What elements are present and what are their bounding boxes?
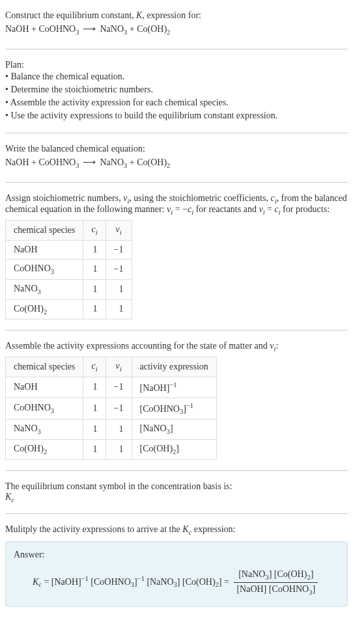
ci-cell: 1 [83,377,106,397]
plan-item: • Balance the chemical equation. [5,70,348,83]
answer-label: Answer: [14,550,339,560]
nu-cell: 1 [106,420,132,440]
ci-cell: 1 [83,299,106,319]
prompt-section: Construct the equilibrium constant, K, e… [5,5,348,44]
prompt-text: Construct the equilibrium constant, K, e… [5,10,348,21]
table-row: NaNO3 1 1 [6,279,132,299]
plan-title: Plan: [5,60,348,70]
ci-cell: 1 [83,259,106,279]
divider [5,133,348,133]
col-ci: ci [83,357,106,377]
species-cell: NaNO3 [6,420,83,440]
col-expr: activity expression [132,357,216,377]
ci-cell: 1 [83,240,106,259]
nu-cell: −1 [106,397,132,419]
kc-expression: Kc = [NaOH]−1 [CoOHNO3]−1 [NaNO3] [Co(OH… [14,567,339,598]
expr-cell: [CoOHNO3]−1 [132,397,216,419]
col-nu: νi [106,357,132,377]
species-cell: CoOHNO3 [6,259,83,279]
expr-cell: [NaOH]−1 [132,377,216,397]
species-cell: Co(OH)2 [6,439,83,459]
symbol-intro: The equilibrium constant symbol in the c… [5,481,348,492]
stoich-intro: Assign stoichiometric numbers, νi, using… [5,193,348,217]
table-row: CoOHNO3 1 −1 [6,259,132,279]
plan-item: • Determine the stoichiometric numbers. [5,83,348,96]
prompt-k: K [136,10,142,20]
species-cell: NaOH [6,377,83,397]
multiply-intro: Mulitply the activity expressions to arr… [5,524,348,536]
multiply-section: Mulitply the activity expressions to arr… [5,519,348,611]
ci-cell: 1 [83,420,106,440]
balanced-equation: NaOH + CoOHNO3⟶NaNO3 + Co(OH)2 [5,154,348,172]
nu-cell: −1 [106,377,132,397]
ci-cell: 1 [83,279,106,299]
nu-cell: −1 [106,240,132,259]
stoich-table: chemical species ci νi NaOH 1 −1 CoOHNO3… [5,220,132,319]
nu-cell: −1 [106,259,132,279]
activity-table: chemical species ci νi activity expressi… [5,356,217,460]
prompt-prefix: Construct the equilibrium constant, [5,10,136,20]
answer-box: Answer: Kc = [NaOH]−1 [CoOHNO3]−1 [NaNO3… [5,541,348,607]
divider [5,182,348,183]
balanced-section: Write the balanced chemical equation: Na… [5,139,348,177]
plan-section: Plan: • Balance the chemical equation. •… [5,55,348,127]
symbol-kc: Kc [5,492,348,503]
ci-cell: 1 [83,439,106,459]
stoich-section: Assign stoichiometric numbers, νi, using… [5,188,348,325]
nu-cell: 1 [106,279,132,299]
col-ci: ci [83,221,106,241]
species-cell: Co(OH)2 [6,299,83,319]
unbalanced-equation: NaOH + CoOHNO3⟶NaNO3 + Co(OH)2 [5,21,348,38]
balanced-intro: Write the balanced chemical equation: [5,144,348,154]
plan-item: • Assemble the activity expression for e… [5,96,348,109]
plan-item: • Use the activity expressions to build … [5,109,348,122]
col-species: chemical species [6,221,83,241]
table-row: NaOH 1 −1 [6,240,132,259]
table-header-row: chemical species ci νi activity expressi… [6,357,217,377]
fraction-numerator: [NaNO3] [Co(OH)2] [234,569,318,583]
table-row: NaNO3 1 1 [NaNO3] [6,420,217,440]
divider [5,49,348,49]
table-row: CoOHNO3 1 −1 [CoOHNO3]−1 [6,397,217,419]
species-cell: NaOH [6,240,83,259]
table-row: NaOH 1 −1 [NaOH]−1 [6,377,217,397]
expr-cell: [Co(OH)2] [132,439,216,459]
col-nu: νi [106,221,132,241]
activity-section: Assemble the activity expressions accoun… [5,336,348,464]
nu-cell: 1 [106,299,132,319]
fraction-denominator: [NaOH] [CoOHNO3] [234,583,318,596]
species-cell: CoOHNO3 [6,397,83,419]
symbol-section: The equilibrium constant symbol in the c… [5,476,348,509]
table-header-row: chemical species ci νi [6,221,132,241]
arrow-icon: ⟶ [83,24,96,34]
expr-cell: [NaNO3] [132,420,216,440]
divider [5,513,348,514]
arrow-icon: ⟶ [83,157,96,167]
species-cell: NaNO3 [6,279,83,299]
nu-cell: 1 [106,439,132,459]
fraction: [NaNO3] [Co(OH)2][NaOH] [CoOHNO3] [234,569,318,596]
prompt-suffix: , expression for: [142,10,201,20]
col-species: chemical species [6,357,83,377]
table-row: Co(OH)2 1 1 [Co(OH)2] [6,439,217,459]
divider [5,470,348,471]
activity-intro: Assemble the activity expressions accoun… [5,341,348,353]
divider [5,330,348,330]
table-row: Co(OH)2 1 1 [6,299,132,319]
ci-cell: 1 [83,397,106,419]
